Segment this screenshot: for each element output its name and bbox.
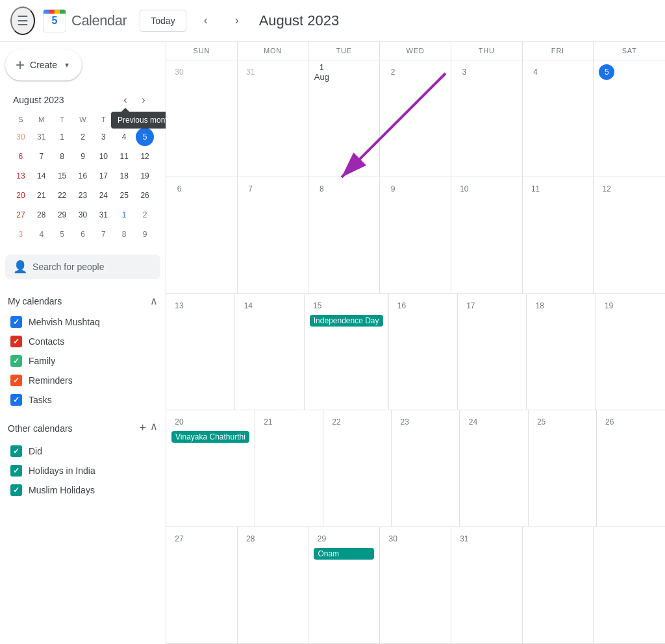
calendar-cell[interactable]: 31: [451, 527, 523, 643]
calendar-cell[interactable]: 22: [323, 410, 392, 526]
mini-day[interactable]: 29: [53, 206, 71, 224]
calendar-cell[interactable]: 30: [380, 527, 451, 643]
calendar-cell[interactable]: 2: [380, 60, 451, 177]
calendar-checkbox[interactable]: ✓: [10, 316, 22, 328]
mini-day[interactable]: 24: [94, 186, 112, 204]
mini-day[interactable]: 8: [115, 225, 133, 243]
mini-day[interactable]: 5: [53, 225, 71, 243]
calendar-cell[interactable]: 29Onam: [308, 527, 380, 643]
mini-day[interactable]: 8: [53, 147, 71, 166]
mini-day[interactable]: 1: [53, 128, 71, 146]
calendar-cell[interactable]: 17: [458, 294, 527, 410]
mini-day[interactable]: 23: [73, 186, 92, 204]
calendar-cell[interactable]: 25: [529, 410, 597, 526]
calendar-cell[interactable]: [594, 527, 665, 643]
calendar-cell[interactable]: 21: [255, 410, 323, 526]
mini-day[interactable]: 20: [12, 186, 30, 204]
mini-day[interactable]: 18: [115, 167, 133, 185]
other-calendar-item[interactable]: ✓ Did: [5, 441, 160, 461]
calendar-cell[interactable]: 31: [238, 60, 309, 177]
mini-day[interactable]: 9: [73, 147, 92, 166]
my-calendar-item[interactable]: ✓ Contacts: [5, 332, 160, 351]
my-calendar-item[interactable]: ✓ Reminders: [5, 371, 160, 390]
calendar-event[interactable]: Onam: [314, 548, 374, 560]
other-calendar-item[interactable]: ✓ Muslim Holidays: [5, 480, 160, 500]
calendar-cell[interactable]: 6: [166, 177, 238, 293]
next-month-button[interactable]: ›: [225, 9, 249, 32]
mini-day[interactable]: 14: [32, 167, 51, 185]
mini-day[interactable]: 22: [53, 186, 71, 204]
mini-day[interactable]: 6: [12, 147, 30, 166]
calendar-cell[interactable]: 15Independence Day: [305, 294, 389, 410]
calendar-cell[interactable]: 20Vinayaka Chathurthi: [166, 410, 255, 526]
calendar-checkbox[interactable]: ✓: [10, 445, 22, 457]
calendar-checkbox[interactable]: ✓: [10, 394, 22, 406]
calendar-cell[interactable]: 14: [235, 294, 304, 410]
calendar-cell[interactable]: 10: [451, 177, 523, 293]
calendar-cell[interactable]: 16: [389, 294, 458, 410]
mini-day[interactable]: 1: [115, 206, 133, 224]
calendar-checkbox[interactable]: ✓: [10, 355, 22, 367]
my-calendars-header[interactable]: My calendars ∧: [5, 290, 160, 312]
create-button[interactable]: + Create ▾: [5, 49, 82, 80]
calendar-cell[interactable]: 23: [392, 410, 460, 526]
mini-day[interactable]: 2: [136, 206, 154, 224]
calendar-cell[interactable]: 19: [596, 294, 665, 410]
calendar-event[interactable]: Vinayaka Chathurthi: [171, 431, 249, 443]
calendar-checkbox[interactable]: ✓: [10, 484, 22, 496]
mini-day[interactable]: 15: [53, 167, 71, 185]
mini-day[interactable]: 31: [94, 206, 112, 224]
mini-day[interactable]: 16: [73, 167, 92, 185]
calendar-checkbox[interactable]: ✓: [10, 465, 22, 477]
mini-day[interactable]: 21: [32, 186, 51, 204]
calendar-cell[interactable]: 30: [166, 60, 238, 177]
calendar-cell[interactable]: 27: [166, 527, 238, 643]
calendar-cell[interactable]: 18: [527, 294, 596, 410]
calendar-cell[interactable]: 7: [238, 177, 309, 293]
my-calendar-item[interactable]: ✓ Mehvish Mushtaq: [5, 312, 160, 332]
mini-day[interactable]: 3: [94, 128, 112, 146]
mini-day[interactable]: 26: [136, 186, 154, 204]
mini-day[interactable]: 5: [136, 128, 154, 146]
add-other-calendar-button[interactable]: +: [138, 420, 147, 436]
mini-day[interactable]: 19: [136, 167, 154, 185]
mini-day[interactable]: 30: [73, 206, 92, 224]
calendar-cell[interactable]: 24: [460, 410, 528, 526]
mini-day[interactable]: 17: [94, 167, 112, 185]
calendar-cell[interactable]: 12: [594, 177, 665, 293]
today-button[interactable]: Today: [140, 10, 186, 32]
calendar-cell[interactable]: 3: [451, 60, 523, 177]
calendar-cell[interactable]: 9: [380, 177, 451, 293]
my-calendar-item[interactable]: ✓ Family: [5, 351, 160, 371]
prev-month-button[interactable]: ‹: [194, 9, 218, 32]
calendar-cell[interactable]: 5: [594, 60, 665, 177]
mini-day[interactable]: 2: [73, 128, 92, 146]
search-people-bar[interactable]: 👤 Search for people: [5, 254, 160, 279]
calendar-cell[interactable]: 28: [238, 527, 309, 643]
calendar-checkbox[interactable]: ✓: [10, 375, 22, 386]
mini-day[interactable]: 3: [12, 225, 30, 243]
calendar-cell[interactable]: 1 Aug: [308, 60, 380, 177]
mini-day[interactable]: 4: [32, 225, 51, 243]
mini-day[interactable]: 4: [115, 128, 133, 146]
calendar-event[interactable]: Independence Day: [310, 315, 383, 327]
mini-day[interactable]: 7: [32, 147, 51, 166]
menu-button[interactable]: ☰: [10, 6, 35, 35]
mini-day[interactable]: 27: [12, 206, 30, 224]
mini-day[interactable]: 31: [32, 128, 51, 146]
mini-day[interactable]: 10: [94, 147, 112, 166]
prev-mini-month-button[interactable]: ‹: [116, 91, 134, 109]
mini-day[interactable]: 9: [136, 225, 154, 243]
mini-day[interactable]: 13: [12, 167, 30, 185]
other-calendars-header[interactable]: Other calendars + ∧: [5, 415, 160, 441]
calendar-cell[interactable]: 13: [166, 294, 235, 410]
calendar-cell[interactable]: 4: [523, 60, 594, 177]
my-calendar-item[interactable]: ✓ Tasks: [5, 390, 160, 410]
mini-day[interactable]: 25: [115, 186, 133, 204]
mini-day[interactable]: 30: [12, 128, 30, 146]
mini-day[interactable]: 7: [94, 225, 112, 243]
mini-day[interactable]: 12: [136, 147, 154, 166]
mini-day[interactable]: 6: [73, 225, 92, 243]
other-calendar-item[interactable]: ✓ Holidays in India: [5, 461, 160, 480]
mini-day[interactable]: 11: [115, 147, 133, 166]
